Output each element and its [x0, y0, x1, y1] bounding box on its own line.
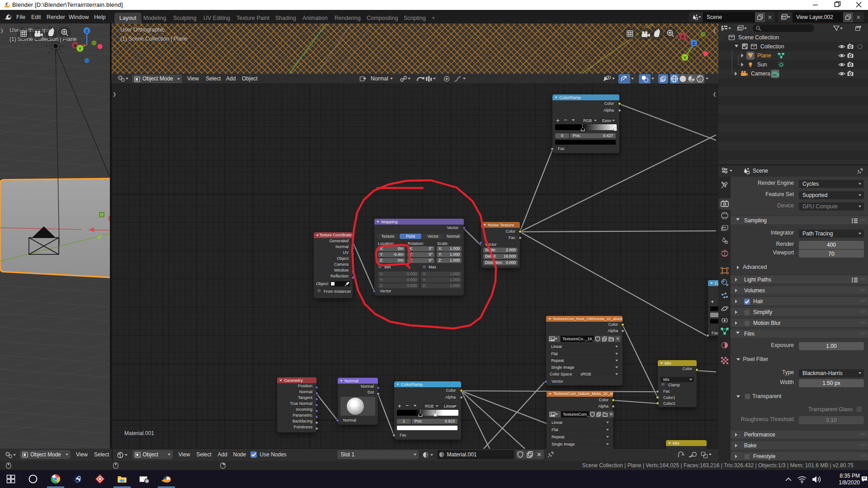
svg-text:Z: Z — [85, 28, 88, 33]
svg-text:Y: Y — [79, 46, 82, 51]
svg-text:X: X — [681, 34, 684, 39]
svg-text:X: X — [74, 43, 77, 48]
svg-text:Y: Y — [684, 55, 687, 60]
svg-text:11: 11 — [145, 479, 149, 483]
svg-text:Z: Z — [693, 41, 695, 46]
